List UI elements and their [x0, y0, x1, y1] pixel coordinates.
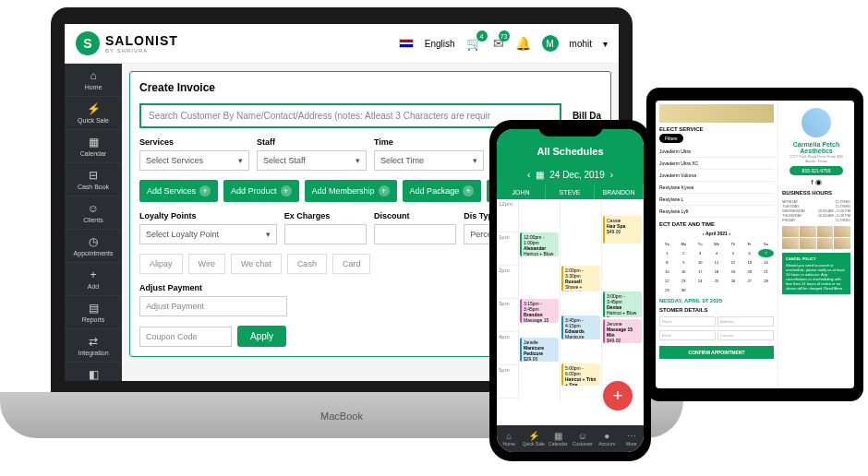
appointment-event[interactable]: JanelleManicure Pedicure$29.00 — [520, 338, 559, 362]
sidebar-item-integration[interactable]: ⇄Integration — [65, 329, 122, 363]
appointment-event[interactable]: 5:00pm - 6:00pmHaircut + Trim + Spa$99.0… — [561, 363, 600, 386]
gallery-image[interactable] — [834, 226, 850, 237]
nav-customer[interactable]: ☺Customer — [571, 431, 596, 446]
service-item[interactable]: Restylane Lyft — [659, 206, 774, 218]
cal-day[interactable]: 6 — [741, 249, 757, 257]
payment-we-chat[interactable]: We chat — [231, 254, 282, 274]
cal-day[interactable]: 7 — [758, 249, 774, 257]
sidebar-item-calendar[interactable]: ▦Calendar — [65, 130, 122, 163]
appointment-event[interactable]: 2:00pm - 3:30pmRussellShave + Hairstyle$… — [561, 266, 600, 292]
nav-calendar[interactable]: ▦Calendar — [546, 431, 571, 446]
add-package-button[interactable]: Add Package+ — [403, 180, 482, 202]
appointment-event[interactable]: 3:45pm - 4:15pmEdwardsManicure Pedicure$… — [561, 315, 600, 339]
user-name[interactable]: mohit — [570, 39, 592, 49]
payment-wire[interactable]: Wire — [188, 254, 226, 274]
customer-input[interactable]: Email — [659, 330, 716, 340]
nav-quick-sale[interactable]: ⚡Quick Sale — [522, 431, 547, 446]
ex-charges-input[interactable] — [284, 224, 367, 244]
gallery-image[interactable] — [800, 238, 816, 249]
add-services-button[interactable]: Add Services+ — [139, 180, 218, 202]
service-item[interactable]: Restylane L — [659, 194, 774, 206]
cal-day[interactable]: 12 — [725, 258, 741, 267]
appointment-event[interactable]: 3:15pm - 3:45pmBrandonMassage 15 Min$49.… — [520, 299, 559, 323]
sidebar-item-marketing[interactable]: ◧Marketing — [65, 363, 122, 395]
logo[interactable]: S SALONIST BY SHRIVRA — [76, 31, 178, 55]
cal-day[interactable]: 21 — [758, 268, 774, 276]
gallery-image[interactable] — [834, 238, 850, 249]
sidebar-item-home[interactable]: ⌂Home — [65, 64, 122, 97]
service-item[interactable]: Juvederm Ultra XC — [659, 158, 774, 170]
chevron-right-icon[interactable]: › — [610, 170, 613, 180]
cal-day[interactable]: 4 — [709, 249, 725, 257]
customer-input[interactable]: Address — [717, 316, 774, 327]
service-item[interactable]: Juvederm Ultra — [659, 146, 774, 158]
cal-day[interactable]: 20 — [741, 268, 757, 276]
nav-account[interactable]: ●Account — [595, 431, 620, 446]
sidebar-item-add[interactable]: +Add — [65, 263, 122, 296]
cal-day[interactable]: 14 — [758, 258, 774, 267]
cal-day[interactable]: 19 — [725, 268, 741, 276]
bell-icon[interactable]: 🔔 — [515, 36, 531, 51]
appointment-event[interactable]: 3:00pm - 3:45pmDeniseHaircut + Blow Dry$… — [603, 292, 642, 317]
staff-column[interactable]: BRANDON — [595, 185, 644, 199]
cal-day[interactable]: 5 — [725, 249, 741, 257]
cal-day[interactable]: 16 — [676, 268, 692, 276]
apply-button[interactable]: Apply — [237, 326, 286, 347]
language-label[interactable]: English — [425, 39, 455, 49]
phone-date[interactable]: 24 Dec, 2019 — [549, 170, 605, 180]
cal-prev-icon[interactable]: ‹ — [703, 231, 705, 236]
chevron-down-icon[interactable]: ▾ — [603, 39, 608, 49]
cal-day[interactable]: 10 — [693, 258, 708, 267]
sidebar-item-clients[interactable]: ☺Clients — [65, 196, 122, 230]
avatar[interactable]: M — [542, 35, 559, 52]
cal-day[interactable]: 28 — [758, 277, 774, 285]
cal-day[interactable]: 29 — [659, 286, 675, 294]
business-phone-button[interactable]: 833-321-6793 — [790, 166, 843, 175]
appointment-event[interactable]: JeromeMassage 15 Min$49.00 — [603, 319, 642, 343]
cal-next-icon[interactable]: › — [729, 231, 730, 236]
cal-day[interactable]: 25 — [709, 277, 725, 285]
cal-day[interactable]: 13 — [741, 258, 757, 267]
payment-alipay[interactable]: Alipay — [139, 254, 183, 274]
cal-day[interactable]: 11 — [709, 258, 725, 267]
adjust-payment-input[interactable]: Adjust Payment — [139, 296, 287, 316]
cal-day[interactable]: 1 — [659, 249, 675, 257]
cal-day[interactable]: 15 — [659, 268, 675, 276]
gallery-image[interactable] — [817, 226, 834, 237]
cal-day[interactable]: 26 — [725, 277, 741, 285]
nav-more[interactable]: ⋯More — [620, 431, 645, 446]
customer-input[interactable]: Contact — [717, 330, 774, 340]
cart-icon[interactable]: 🛒4 — [466, 36, 482, 51]
nav-home[interactable]: ⌂Home — [497, 431, 522, 446]
cal-day[interactable]: 17 — [693, 268, 708, 276]
staff-column[interactable]: JOHN — [497, 185, 546, 199]
confirm-button[interactable]: CONFIRM APPOINTMENT — [659, 346, 774, 359]
cal-day[interactable]: 27 — [741, 277, 757, 285]
cal-day[interactable]: 23 — [676, 277, 692, 285]
appointment-event[interactable]: CassieHair Spa$49.00 — [603, 216, 642, 244]
staff-select[interactable]: Select Staff — [257, 150, 367, 171]
services-select[interactable]: Select Services — [139, 150, 249, 171]
add-product-button[interactable]: Add Product+ — [223, 180, 299, 202]
customer-input[interactable]: Name — [659, 316, 716, 327]
cal-day[interactable]: 18 — [709, 268, 725, 276]
discount-input[interactable] — [374, 224, 456, 244]
cal-day[interactable]: 8 — [659, 258, 675, 267]
payment-card[interactable]: Card — [332, 254, 371, 274]
chevron-left-icon[interactable]: ‹ — [527, 170, 530, 180]
cal-day[interactable]: 3 — [693, 249, 708, 257]
service-item[interactable]: Juvederm Voluma — [659, 170, 774, 182]
service-item[interactable]: Restylane Kysse — [659, 182, 774, 194]
social-icons[interactable]: f ◉ — [782, 178, 850, 186]
add-fab-button[interactable]: + — [603, 381, 633, 411]
cal-day[interactable]: 24 — [693, 277, 708, 285]
coupon-input[interactable]: Coupon Code — [139, 327, 232, 347]
staff-column[interactable]: STEVE — [546, 185, 595, 199]
cal-day[interactable]: 2 — [676, 249, 692, 257]
mail-icon[interactable]: ✉73 — [493, 36, 504, 51]
gallery-image[interactable] — [800, 226, 816, 237]
gallery-image[interactable] — [817, 238, 834, 249]
gallery-image[interactable] — [782, 226, 799, 237]
loyalty-select[interactable]: Select Loyalty Point — [139, 224, 277, 244]
payment-cash[interactable]: Cash — [287, 254, 327, 274]
